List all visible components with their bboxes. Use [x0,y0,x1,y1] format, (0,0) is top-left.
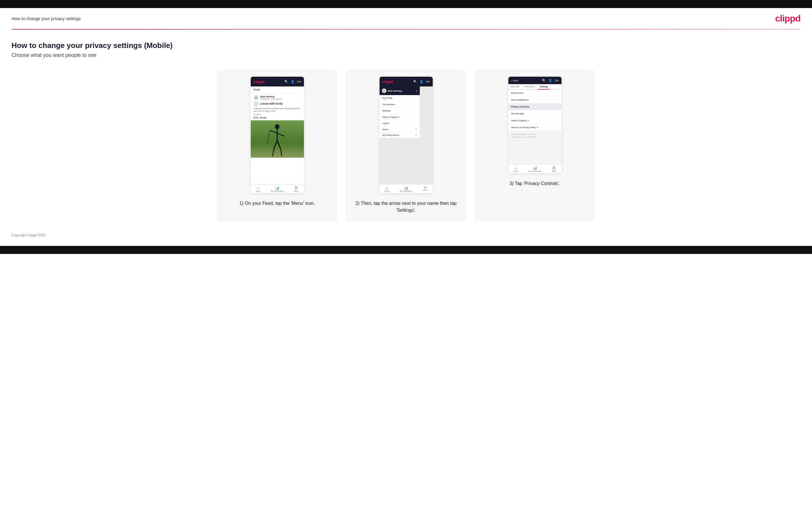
footer: Copyright Clippd 2022 [0,227,812,246]
svg-line-4 [274,140,277,149]
arrow-icon-mygolfbag: › [558,112,559,115]
user-icon-2: 👤 [419,79,423,83]
search-icon: 🔍 [285,79,289,83]
settings-tabs: My Profile Connections Settings [508,84,562,90]
nav-menu-2: ✕ Menu [423,186,427,192]
menu-item-helpsupport[interactable]: Help & Support ↗ [379,114,420,120]
settings-icon-2: ⊙▾ [426,79,430,83]
menu-section-home-arrow: ∨ [415,128,417,131]
menu-icon-3: ☰ [552,166,556,170]
user-icon-3: 👤 [548,78,552,82]
menu-panel: B Blair McHarg ∧ My Profile Connections … [379,87,420,138]
settings-label-serviceprivacy: Service & Privacy Policy ↗ [511,126,539,129]
copyright: Copyright Clippd 2022 [11,233,46,237]
menu-user-row: B Blair McHarg ∧ [379,87,420,95]
page-heading: How to change your privacy settings (Mob… [11,41,801,50]
settings-item-mygolfbag[interactable]: My Golf Bag › [508,110,562,117]
main-content: How to change your privacy settings (Mob… [0,30,812,227]
svg-line-5 [277,140,281,149]
settings-item-helpsupport[interactable]: Help & Support ↗ [508,117,562,124]
performance-icon-3: 📊 [533,166,537,170]
settings-item-myaccount[interactable]: My Account › [508,90,562,97]
tab-connections[interactable]: Connections [522,84,538,90]
feed-tab: Feed [251,87,304,93]
phone-icons-2: 🔍 👤 ⊙▾ [413,79,430,83]
menu-section-home[interactable]: Home ∨ [379,127,420,132]
nav-home-2: ⌂ Home [385,186,389,192]
steps-container: clippd 🔍 👤 ⊙▾ Feed B Blair McHarg [11,70,801,222]
svg-point-0 [275,124,280,129]
phone-bottombar-2: ⌂ Home 📊 My Performance ✕ Menu [379,184,433,193]
phone-logo-1: clippd [254,79,264,84]
svg-line-6 [272,149,274,156]
phone-icons-1: 🔍 👤 ⊙▾ [285,79,301,83]
tab-settings[interactable]: Settings [538,84,550,90]
settings-item-privacycontrols[interactable]: Privacy Controls › [508,103,562,110]
nav-performance-1: 📊 My Performance [271,186,284,192]
phone-mockup-1: clippd 🔍 👤 ⊙▾ Feed B Blair McHarg [251,77,304,193]
back-button[interactable]: < Back [511,79,518,82]
arrow-icon-privacycontrols: › [558,105,559,108]
phone-mockup-3: < Back 🔍 👤 ⊙▾ My Profile Connections Set… [508,77,562,173]
menu-section-performance[interactable]: My Performance ∨ [379,132,420,138]
menu-item-logout[interactable]: Logout [379,120,420,127]
nav-home-1: ⌂ Home [256,186,260,192]
bottom-bar [0,246,812,254]
tab-myprofile[interactable]: My Profile [508,84,522,90]
arrow-icon-myaccount: › [558,92,559,94]
menu-item-settings[interactable]: Settings [379,108,420,114]
feed-lesson-title: Lesson with Fordy [260,102,283,105]
step-3-caption: 3) Tap 'Privacy Controls'. [509,180,560,187]
phone-bottombar-1: ⌂ Home 📊 My Performance ☰ Menu [251,184,304,193]
step-1-card: clippd 🔍 👤 ⊙▾ Feed B Blair McHarg [217,70,338,222]
settings-item-dataintegrations[interactable]: Data Integrations › [508,97,562,103]
menu-icon: ☰ [295,186,298,190]
feed-image [251,120,304,158]
settings-label-dataintegrations: Data Integrations [511,99,529,101]
settings-item-serviceprivacy[interactable]: Service & Privacy Policy ↗ [508,124,562,131]
feed-user-row: B Blair McHarg Yesterday · Sunningdale [254,95,301,100]
feed-duration-label: Duration [254,113,301,115]
menu-user-info: B Blair McHarg [382,89,402,93]
performance-icon-2: 📊 [404,186,408,190]
phone-mockup-2: clippd 🔍 👤 ⊙▾ B Blair McHarg [379,77,433,193]
page-subheading: Choose what you want people to see [11,52,801,58]
svg-line-2 [270,130,277,133]
svg-line-7 [281,149,282,156]
lesson-icon [254,101,258,106]
nav-menu-3: ☰ Menu [552,166,556,172]
search-icon-2: 🔍 [413,79,417,83]
phone-bottombar-3: ⌂ Home 📊 My Performance ☰ Menu [508,164,562,173]
menu-user-name: Blair McHarg [388,90,402,92]
menu-item-connections[interactable]: Connections [379,101,420,108]
menu-close-icon: ✕ [424,186,426,189]
settings-icon: ⊙▾ [297,79,301,83]
logo: clippd [775,13,801,24]
settings-label-privacycontrols: Privacy Controls [511,105,529,108]
nav-home-3: ⌂ Home [513,166,518,172]
performance-icon: 📊 [275,186,280,190]
phone-logo-2: clippd [383,79,393,84]
settings-icon-3: ⊙▾ [555,78,559,82]
menu-item-myprofile[interactable]: My Profile [379,95,420,101]
menu-section-performance-arrow: ∨ [415,134,417,136]
settings-label-mygolfbag: My Golf Bag [511,112,524,115]
feed-date: Yesterday · Sunningdale [260,98,283,100]
step-1-caption: 1) On your Feed, tap the 'Menu' icon. [239,200,315,207]
nav-performance-2: 📊 My Performance [400,186,412,192]
settings-content: My Account › Data Integrations › Privacy… [508,90,562,164]
menu-chevron-icon: ∧ [416,90,417,92]
arrow-icon-dataintegrations: › [558,99,559,101]
feed-post: B Blair McHarg Yesterday · Sunningdale L… [251,93,304,120]
nav-menu-1: ☰ Menu [294,186,299,192]
settings-icons: 🔍 👤 ⊙▾ [542,78,559,82]
svg-line-3 [277,133,285,136]
feed-desc: Looking to feel like my hands are exitin… [254,107,301,112]
settings-topbar: < Back 🔍 👤 ⊙▾ [508,77,562,84]
menu-section-home-label: Home [383,128,389,131]
step-2-caption: 2) Then, tap the arrow next to your name… [351,200,461,214]
feed-duration-value: 01 hr : 30 min [254,117,301,119]
user-icon: 👤 [291,79,295,83]
top-bar [0,0,812,8]
svg-line-8 [267,130,270,143]
